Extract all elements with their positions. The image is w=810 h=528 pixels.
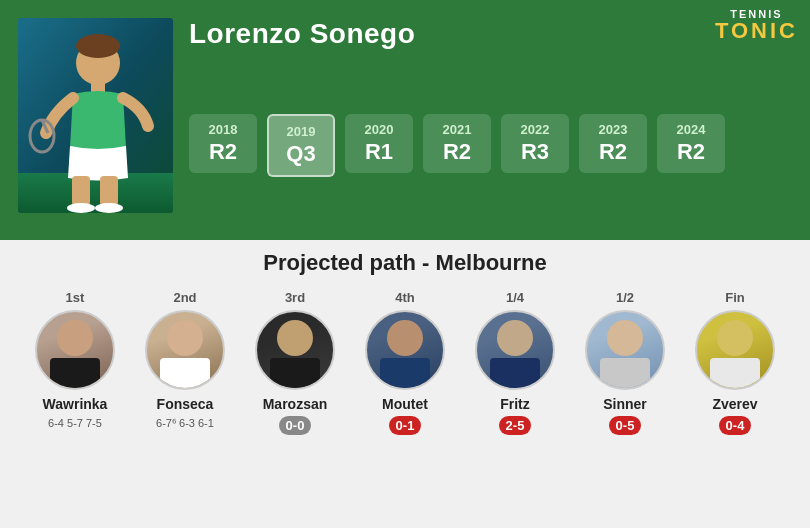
year-card-2020: 2020 R1 [345,114,413,173]
player-name-fonseca: Fonseca [157,396,214,412]
year-label: 2018 [203,122,243,137]
svg-rect-6 [100,176,118,206]
player-name-zverev: Zverev [712,396,757,412]
round-label: R2 [437,139,477,165]
logo-tonic: TONIC [715,20,798,42]
round-label: R2 [671,139,711,165]
score-badge: 2-5 [499,416,532,435]
year-card-2024: 2024 R2 [657,114,725,173]
player-name-sinner: Sinner [603,396,647,412]
path-card-sinner: 1/2 Sinner 0-5 [573,290,677,435]
round-label: 1/2 [616,290,634,305]
section-title: Projected path - Melbourne [14,250,796,276]
round-label: Q3 [283,141,319,167]
round-label: 1/4 [506,290,524,305]
player-name-moutet: Moutet [382,396,428,412]
score-text: 6-4 5-7 7-5 [48,417,102,429]
path-card-marozsan: 3rd Marozsan 0-0 [243,290,347,435]
path-card-zverev: Fin Zverev 0-4 [683,290,787,435]
player-photo-moutet [365,310,445,390]
player-photo-fritz [475,310,555,390]
round-label: 1st [66,290,85,305]
score-badge: 0-5 [609,416,642,435]
year-card-2021: 2021 R2 [423,114,491,173]
year-card-2018: 2018 R2 [189,114,257,173]
year-label: 2023 [593,122,633,137]
bottom-section: Projected path - Melbourne 1st Wawrinka … [0,240,810,528]
score-badge: 0-4 [719,416,752,435]
player-photo [18,18,173,213]
year-card-2023: 2023 R2 [579,114,647,173]
player-name-wawrinka: Wawrinka [43,396,108,412]
svg-point-3 [76,34,120,58]
svg-rect-5 [72,176,90,206]
svg-point-8 [95,203,123,213]
svg-point-7 [67,203,95,213]
round-label: 4th [395,290,415,305]
round-label: Fin [725,290,745,305]
score-badge: 0-0 [279,416,312,435]
year-card-2022: 2022 R3 [501,114,569,173]
player-photo-wawrinka [35,310,115,390]
player-name-fritz: Fritz [500,396,530,412]
logo-area: TENNIS TONIC [715,8,798,42]
player-photo-fonseca [145,310,225,390]
player-name: Lorenzo Sonego [189,18,792,50]
player-photo-zverev [695,310,775,390]
top-section: Lorenzo Sonego 2018 R2 2019 Q3 2020 R1 2… [0,0,810,240]
year-label: 2020 [359,122,399,137]
year-label: 2022 [515,122,555,137]
round-label: R2 [203,139,243,165]
round-label: 3rd [285,290,305,305]
year-label: 2021 [437,122,477,137]
round-label: R1 [359,139,399,165]
player-name-marozsan: Marozsan [263,396,328,412]
round-label: 2nd [173,290,196,305]
path-card-fritz: 1/4 Fritz 2-5 [463,290,567,435]
score-text: 6-7⁶ 6-3 6-1 [156,417,214,430]
path-card-moutet: 4th Moutet 0-1 [353,290,457,435]
year-label: 2024 [671,122,711,137]
score-badge: 0-1 [389,416,422,435]
year-label: 2019 [283,124,319,139]
round-label: R3 [515,139,555,165]
year-card-2019: 2019 Q3 [267,114,335,177]
path-cards: 1st Wawrinka 6-4 5-7 7-5 2nd Fonseca 6-7… [14,290,796,435]
path-card-wawrinka: 1st Wawrinka 6-4 5-7 7-5 [23,290,127,429]
player-photo-sinner [585,310,665,390]
year-cards: 2018 R2 2019 Q3 2020 R1 2021 R2 2022 R3 … [189,114,792,228]
round-label: R2 [593,139,633,165]
player-photo-marozsan [255,310,335,390]
path-card-fonseca: 2nd Fonseca 6-7⁶ 6-3 6-1 [133,290,237,430]
